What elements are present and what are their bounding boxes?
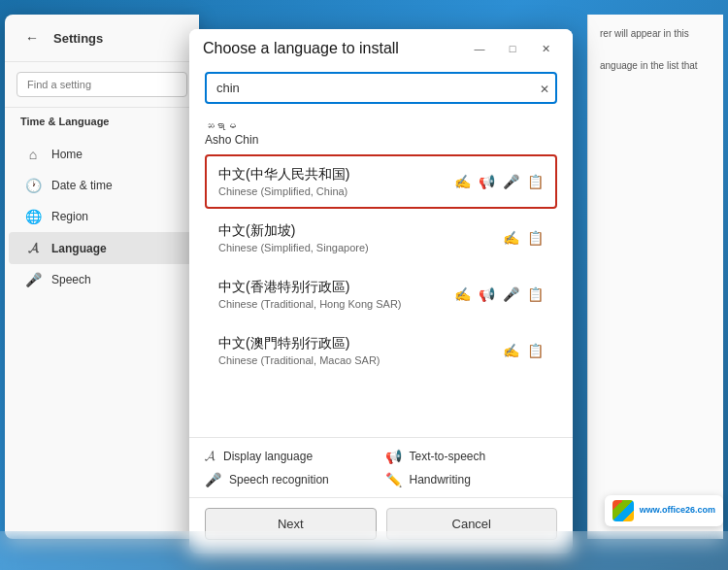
lang-group-label: ဆရာမ — [205, 114, 557, 133]
nav-item-datetime-label: Date & time — [51, 179, 113, 192]
nav-item-datetime[interactable]: 🕐 Date & time — [9, 170, 195, 201]
feature-speech: 🎤 Speech recognition — [205, 472, 378, 487]
feature-tts: 📢 Text-to-speech — [385, 448, 558, 464]
feature-handwriting: ✏️ Handwriting — [385, 472, 558, 487]
handwriting-icon: ✍ — [454, 174, 471, 189]
lang-icons-zh-cn: ✍ 📢 🎤 📋 — [454, 174, 544, 189]
dialog-title: Choose a language to install — [203, 40, 399, 57]
lang-name-en-zh-hk: Chinese (Traditional, Hong Kong SAR) — [218, 298, 402, 310]
feature-display-label: Display language — [223, 450, 313, 463]
lang-name-en-zh-mo: Chinese (Traditional, Macao SAR) — [218, 354, 381, 366]
lang-item-zh-sg[interactable]: 中文(新加坡) Chinese (Simplified, Singapore) … — [205, 211, 557, 265]
watermark-site: www.office26.com — [640, 505, 715, 515]
speech-icon-hk: 🎤 — [503, 286, 519, 302]
lang-name-zh-sg: 中文(新加坡) — [218, 222, 369, 240]
features-section: 𝓐 Display language 📢 Text-to-speech 🎤 Sp… — [189, 437, 573, 497]
lang-item-zh-sg-text: 中文(新加坡) Chinese (Simplified, Singapore) — [218, 222, 369, 253]
language-icon: 𝓐 — [24, 240, 42, 256]
taskbar — [0, 531, 728, 570]
settings-title: Settings — [53, 31, 103, 46]
dialog-titlebar: Choose a language to install — □ ✕ — [189, 29, 573, 64]
settings-search-area — [5, 62, 199, 108]
feature-speech-label: Speech recognition — [229, 473, 329, 486]
lang-name-zh-mo: 中文(澳門特别行政區) — [218, 335, 381, 352]
language-dialog: Choose a language to install — □ ✕ ✕ ဆရာ… — [189, 29, 573, 553]
nav-item-region[interactable]: 🌐 Region — [9, 201, 195, 232]
lang-icons-zh-sg: ✍ 📋 — [503, 230, 544, 246]
search-clear-button[interactable]: ✕ — [540, 83, 549, 96]
nav-item-region-label: Region — [51, 210, 88, 223]
tts-feature-icon: 📢 — [385, 449, 402, 464]
feature-display: 𝓐 Display language — [205, 448, 378, 464]
watermark: www.office26.com — [605, 495, 723, 526]
desktop: ← Settings Time & Language ⌂ Home 🕐 Date… — [0, 0, 728, 570]
speech-icon: 🎤 — [503, 174, 519, 189]
display-lang-icon: 𝓐 — [205, 448, 215, 464]
lang-item-zh-cn-row: 中文(中华人民共和国) Chinese (Simplified, China) … — [218, 166, 544, 197]
nav-item-speech-label: Speech — [51, 273, 91, 286]
nav-item-language-label: Language — [51, 242, 107, 255]
lang-icons-zh-hk: ✍ 📢 🎤 📋 — [454, 286, 544, 302]
search-container: ✕ — [189, 64, 573, 114]
pack-icon: 📋 — [527, 174, 544, 189]
feature-tts-label: Text-to-speech — [410, 450, 486, 463]
settings-sidebar: ← Settings Time & Language ⌂ Home 🕐 Date… — [5, 15, 199, 539]
nav-item-speech[interactable]: 🎤 Speech — [9, 264, 195, 295]
tts-icon-hk: 📢 — [479, 286, 495, 302]
pack-icon-sg: 📋 — [527, 230, 544, 246]
clock-icon: 🕐 — [24, 178, 42, 193]
right-panel-text2: anguage in the list that — [600, 58, 711, 73]
nav-item-language[interactable]: 𝓐 Language — [9, 232, 195, 264]
lang-item-zh-mo-row: 中文(澳門特别行政區) Chinese (Traditional, Macao … — [218, 335, 544, 366]
lang-group-sublabel: Asho Chin — [205, 133, 557, 154]
handwriting-feature-icon: ✏️ — [385, 472, 402, 487]
section-label: Time & Language — [5, 108, 199, 131]
lang-name-zh-hk: 中文(香港特别行政區) — [218, 279, 402, 296]
settings-search-input[interactable] — [17, 72, 187, 97]
lang-name-zh-cn: 中文(中华人民共和国) — [218, 166, 349, 184]
lang-item-zh-hk[interactable]: 中文(香港特别行政區) Chinese (Traditional, Hong K… — [205, 267, 557, 321]
lang-item-zh-hk-row: 中文(香港特别行政區) Chinese (Traditional, Hong K… — [218, 279, 544, 310]
lang-item-zh-cn-text: 中文(中华人民共和国) Chinese (Simplified, China) — [218, 166, 349, 197]
handwriting-icon-sg: ✍ — [503, 230, 519, 246]
feature-handwriting-label: Handwriting — [410, 473, 471, 486]
speech-feature-icon: 🎤 — [205, 472, 221, 487]
lang-item-zh-sg-row: 中文(新加坡) Chinese (Simplified, Singapore) … — [218, 222, 544, 253]
lang-name-en-zh-cn: Chinese (Simplified, China) — [218, 185, 349, 197]
lang-item-zh-mo[interactable]: 中文(澳門特别行政區) Chinese (Traditional, Macao … — [205, 323, 557, 378]
lang-item-zh-cn[interactable]: 中文(中华人民共和国) Chinese (Simplified, China) … — [205, 154, 557, 209]
tts-icon: 📢 — [479, 174, 495, 189]
handwriting-icon-hk: ✍ — [454, 286, 471, 302]
lang-item-zh-mo-text: 中文(澳門特别行政區) Chinese (Traditional, Macao … — [218, 335, 381, 366]
window-controls: — □ ✕ — [466, 39, 559, 58]
maximize-button[interactable]: □ — [499, 39, 526, 58]
lang-item-zh-hk-text: 中文(香港特别行政區) Chinese (Traditional, Hong K… — [218, 279, 402, 310]
right-panel-text1: rer will appear in this — [600, 26, 711, 41]
minimize-button[interactable]: — — [466, 39, 493, 58]
mic-icon: 🎤 — [24, 272, 42, 287]
watermark-text: www.office26.com — [640, 505, 715, 517]
settings-nav: ⌂ Home 🕐 Date & time 🌐 Region 𝓐 Language… — [5, 131, 199, 303]
right-panel: rer will appear in this anguage in the l… — [587, 15, 723, 539]
home-icon: ⌂ — [24, 147, 42, 162]
lang-icons-zh-mo: ✍ 📋 — [503, 343, 544, 358]
lang-name-en-zh-sg: Chinese (Simplified, Singapore) — [218, 242, 369, 253]
settings-header: ← Settings — [5, 15, 199, 62]
back-button[interactable]: ← — [20, 26, 44, 50]
globe-icon: 🌐 — [24, 209, 42, 224]
pack-icon-hk: 📋 — [527, 286, 544, 302]
close-button[interactable]: ✕ — [532, 39, 559, 58]
language-list: ဆရာမ Asho Chin 中文(中华人民共和国) Chinese (Simp… — [189, 114, 573, 437]
nav-item-home-label: Home — [51, 148, 83, 161]
pack-icon-mo: 📋 — [527, 343, 544, 358]
nav-item-home[interactable]: ⌂ Home — [9, 139, 195, 170]
handwriting-icon-mo: ✍ — [503, 343, 519, 358]
office-icon — [612, 500, 634, 521]
language-search-input[interactable] — [205, 72, 557, 104]
